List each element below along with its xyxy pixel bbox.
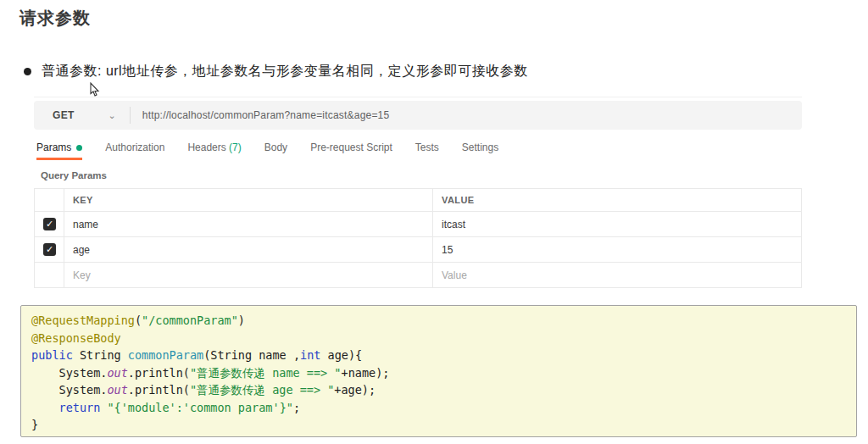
checkbox-cell: ✓ — [35, 212, 64, 237]
request-url-bar: GET ⌄ http://localhost/commonParam?name=… — [34, 101, 802, 130]
key-cell[interactable]: age — [64, 237, 433, 263]
value-cell[interactable]: 15 — [433, 237, 802, 263]
tab-params[interactable]: Params — [36, 142, 82, 160]
code-line: System.out.println("普通参数传递 name ==> "+na… — [31, 364, 856, 382]
checkbox-cell: ✓ — [35, 237, 64, 263]
divider — [130, 107, 131, 124]
url-input[interactable]: http://localhost/commonParam?name=itcast… — [142, 109, 390, 121]
code-line: System.out.println("普通参数传递 age ==> "+age… — [31, 381, 856, 399]
tab-tests[interactable]: Tests — [415, 142, 439, 160]
value-placeholder-input[interactable]: Value — [433, 263, 802, 288]
tab-body[interactable]: Body — [264, 142, 287, 160]
request-tabs: ParamsAuthorizationHeaders (7)BodyPre-re… — [36, 142, 802, 159]
tab-headers[interactable]: Headers (7) — [187, 142, 241, 160]
tab-pre-request-script[interactable]: Pre-request Script — [310, 142, 392, 160]
param-row: ✓nameitcast — [35, 212, 802, 237]
row-checkbox[interactable]: ✓ — [43, 243, 56, 256]
key-column-header: KEY — [64, 189, 433, 212]
code-line: @RequestMapping("/commonParam") — [31, 312, 856, 330]
header-checkbox-cell — [35, 189, 64, 212]
code-line: } — [31, 416, 856, 434]
mouse-cursor-icon — [88, 82, 100, 97]
value-column-header: VALUE — [433, 189, 802, 212]
query-params-label: Query Params — [41, 170, 802, 180]
method-selector[interactable]: GET — [53, 109, 75, 121]
code-line: @ResponseBody — [31, 330, 856, 347]
page-title: 请求参数 — [19, 7, 91, 30]
bullet-item: 普通参数: url地址传参，地址参数名与形参变量名相同，定义形参即可接收参数 — [24, 63, 528, 80]
chevron-down-icon[interactable]: ⌄ — [108, 110, 116, 121]
param-row: ✓age15 — [35, 237, 802, 263]
tab-settings[interactable]: Settings — [462, 142, 498, 160]
row-checkbox[interactable]: ✓ — [43, 218, 56, 230]
code-line: return "{'module':'common param'}"; — [31, 399, 856, 417]
bullet-icon — [24, 68, 31, 75]
checkbox-cell — [35, 263, 64, 288]
java-code-block: @RequestMapping("/commonParam")@Response… — [20, 305, 857, 437]
code-line: public String commonParam(String name ,i… — [31, 347, 856, 364]
params-active-dot-icon — [76, 145, 82, 151]
table-header-row: KEY VALUE — [35, 189, 802, 212]
placeholder-row: KeyValue — [35, 263, 802, 288]
key-placeholder-input[interactable]: Key — [64, 263, 433, 288]
key-cell[interactable]: name — [64, 212, 433, 237]
postman-screenshot: GET ⌄ http://localhost/commonParam?name=… — [34, 97, 802, 288]
query-params-table: KEY VALUE ✓nameitcast✓age15KeyValue — [34, 188, 802, 288]
tab-authorization[interactable]: Authorization — [105, 142, 164, 160]
value-cell[interactable]: itcast — [433, 212, 802, 237]
bullet-text: 普通参数: url地址传参，地址参数名与形参变量名相同，定义形参即可接收参数 — [42, 63, 528, 80]
